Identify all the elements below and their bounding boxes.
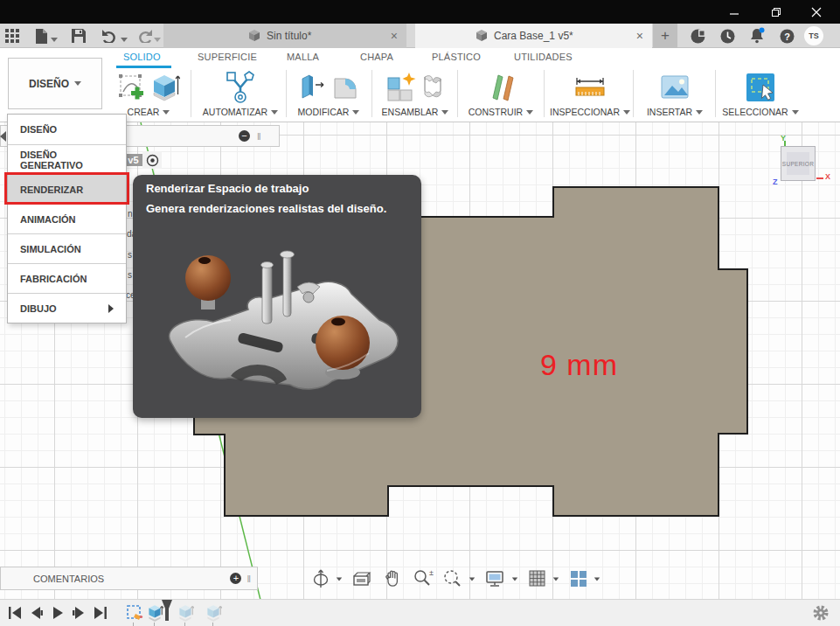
- grid-settings-caret-icon[interactable]: [553, 577, 559, 581]
- navigation-toolbar: ±: [311, 567, 600, 591]
- chevron-down-icon: [74, 81, 81, 86]
- workspace-switcher-button[interactable]: DISEÑO: [8, 58, 102, 109]
- group-label-automatizar[interactable]: AUTOMATIZAR: [198, 107, 283, 117]
- grid-settings-icon[interactable]: [528, 569, 547, 588]
- tab-solido[interactable]: SOLIDO: [123, 52, 161, 62]
- tab-plastico[interactable]: PLÁSTICO: [432, 52, 481, 62]
- pan-icon[interactable]: [383, 568, 402, 589]
- viewports-icon[interactable]: [569, 569, 588, 588]
- zoom-window-caret-icon[interactable]: [469, 577, 475, 581]
- minimize-icon[interactable]: [722, 3, 746, 20]
- browser-collapse-arrow-icon[interactable]: [0, 131, 6, 142]
- step-back-icon[interactable]: [29, 606, 45, 620]
- menu-item-dibujo[interactable]: DIBUJO: [8, 293, 126, 323]
- tab-malla[interactable]: MALLA: [287, 52, 319, 62]
- collapse-panel-icon[interactable]: −: [239, 130, 250, 142]
- ribbon-separator: [715, 70, 716, 117]
- group-label-seleccionar[interactable]: SELECCIONAR: [719, 107, 802, 117]
- automate-icon[interactable]: [224, 70, 257, 105]
- construct-plane-icon[interactable]: [486, 72, 516, 103]
- redo-icon[interactable]: [136, 28, 153, 44]
- dimension-label[interactable]: 9 mm: [540, 348, 618, 382]
- restore-icon[interactable]: [764, 3, 788, 20]
- viewcube[interactable]: SUPERIOR: [781, 146, 816, 181]
- tab-superficie[interactable]: SUPERFICIE: [198, 52, 257, 62]
- create-sketch-icon[interactable]: [117, 72, 147, 103]
- tab-close-icon[interactable]: ×: [382, 29, 406, 43]
- group-label-inspeccionar[interactable]: INSPECCIONAR: [549, 107, 631, 117]
- display-settings-icon[interactable]: [485, 569, 506, 588]
- display-settings-caret-icon[interactable]: [512, 577, 517, 581]
- select-icon[interactable]: [745, 72, 776, 103]
- zoom-window-icon[interactable]: [442, 568, 463, 589]
- timeline-playhead[interactable]: [161, 600, 173, 624]
- orbit-caret-icon[interactable]: [337, 577, 342, 581]
- tab-close-icon[interactable]: ×: [628, 29, 652, 43]
- fillet-icon[interactable]: [330, 72, 359, 103]
- new-component-icon[interactable]: [385, 72, 417, 103]
- group-label-modificar[interactable]: MODIFICAR: [289, 107, 368, 117]
- chevron-down-icon: [623, 110, 630, 115]
- clock-icon[interactable]: [718, 26, 737, 45]
- document-tab-inactive[interactable]: Sin título* ×: [163, 24, 406, 48]
- tab-utilidades[interactable]: UTILIDADES: [514, 52, 573, 62]
- play-icon[interactable]: [51, 606, 65, 620]
- insert-image-icon[interactable]: [660, 74, 690, 101]
- undo-caret-icon[interactable]: [121, 31, 128, 47]
- workspace-menu: DISEÑO DISEÑO GENERATIVO RENDERIZAR ANIM…: [7, 114, 127, 323]
- sketch-feature-icon[interactable]: [126, 604, 143, 623]
- group-label-insertar[interactable]: INSERTAR: [637, 107, 712, 117]
- workspace-tooltip: Renderizar Espacio de trabajo Genera ren…: [133, 175, 421, 418]
- press-pull-icon[interactable]: [298, 72, 326, 103]
- menu-item-fabricacion[interactable]: FABRICACIÓN: [8, 263, 126, 293]
- skip-end-icon[interactable]: [93, 606, 108, 620]
- extrude-icon[interactable]: [150, 72, 180, 103]
- file-icon[interactable]: [35, 28, 48, 44]
- orbit-icon[interactable]: [311, 568, 330, 589]
- tab-chapa[interactable]: CHAPA: [360, 52, 393, 62]
- origin-radio-icon[interactable]: [142, 151, 162, 169]
- step-forward-icon[interactable]: [71, 606, 87, 620]
- menu-item-animacion[interactable]: ANIMACIÓN: [8, 204, 126, 233]
- menu-item-diseno[interactable]: DISEÑO: [8, 115, 126, 144]
- group-construir: CONSTRUIR: [462, 70, 540, 118]
- menu-item-diseno-generativo[interactable]: DISEÑO GENERATIVO: [8, 144, 126, 174]
- app-grid-icon[interactable]: [5, 28, 20, 44]
- gear-icon[interactable]: [813, 605, 829, 621]
- group-insertar: INSERTAR: [637, 70, 712, 118]
- undo-icon[interactable]: [101, 28, 118, 44]
- avatar[interactable]: TS: [804, 26, 823, 45]
- browser-item-fragment: s: [128, 250, 132, 260]
- joint-icon[interactable]: [420, 72, 445, 103]
- extrude-feature-icon-ghost[interactable]: [205, 603, 222, 623]
- help-icon[interactable]: ?: [777, 26, 796, 45]
- axis-y-arrow-icon: [784, 141, 786, 146]
- document-tab-active[interactable]: Cara Base_1 v5* ×: [415, 24, 652, 48]
- ribbon-separator: [286, 70, 287, 117]
- redo-caret-icon[interactable]: [154, 31, 161, 47]
- look-at-icon[interactable]: [351, 569, 372, 588]
- viewports-caret-icon[interactable]: [594, 577, 600, 581]
- group-crear: CREAR: [107, 70, 191, 118]
- panel-drag-handle[interactable]: ‖: [257, 131, 262, 142]
- add-comment-icon[interactable]: +: [230, 573, 241, 584]
- save-icon[interactable]: [72, 28, 86, 44]
- comments-panel-header[interactable]: COMENTARIOS + ‖: [0, 567, 258, 590]
- close-icon[interactable]: [804, 3, 829, 20]
- panel-drag-handle[interactable]: ‖: [246, 574, 252, 584]
- skip-start-icon[interactable]: [7, 606, 23, 620]
- group-label-construir[interactable]: CONSTRUIR: [462, 107, 540, 117]
- extensions-icon[interactable]: [688, 26, 707, 45]
- file-menu-caret-icon[interactable]: [51, 31, 58, 47]
- zoom-icon[interactable]: ±: [413, 568, 434, 589]
- ribbon-separator: [457, 70, 458, 117]
- measure-icon[interactable]: [573, 73, 607, 102]
- group-label-ensamblar[interactable]: ENSAMBLAR: [376, 107, 455, 117]
- notifications-icon[interactable]: [747, 26, 767, 45]
- chevron-down-icon: [526, 110, 533, 115]
- extrude-feature-icon-ghost[interactable]: [177, 603, 194, 623]
- menu-item-simulacion[interactable]: SIMULACIÓN: [8, 233, 126, 263]
- ribbon-separator: [371, 70, 372, 117]
- new-tab-button[interactable]: +: [653, 24, 677, 48]
- document-cube-icon: [247, 29, 261, 43]
